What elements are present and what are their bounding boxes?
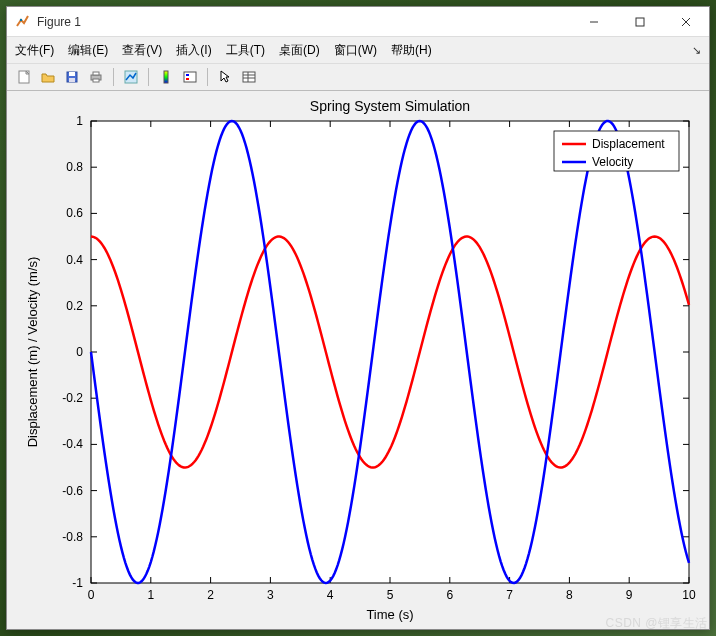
toolbar-separator: [148, 68, 149, 86]
x-tick-label: 5: [387, 588, 394, 602]
chart-title: Spring System Simulation: [310, 98, 470, 114]
y-tick-label: 0.4: [66, 253, 83, 267]
svg-rect-11: [93, 79, 99, 82]
x-tick-label: 7: [506, 588, 513, 602]
titlebar[interactable]: Figure 1: [7, 7, 709, 37]
x-tick-label: 6: [446, 588, 453, 602]
menu-insert[interactable]: 插入(I): [176, 42, 211, 59]
svg-rect-7: [69, 72, 75, 76]
menu-window[interactable]: 窗口(W): [334, 42, 377, 59]
legend-label: Velocity: [592, 155, 633, 169]
menu-view[interactable]: 查看(V): [122, 42, 162, 59]
y-tick-label: 0: [76, 345, 83, 359]
save-button[interactable]: [61, 66, 83, 88]
matlab-icon: [15, 14, 31, 30]
y-tick-label: -0.6: [62, 484, 83, 498]
link-plot-button[interactable]: [120, 66, 142, 88]
maximize-button[interactable]: [617, 7, 663, 37]
x-tick-label: 9: [626, 588, 633, 602]
y-axis-label: Displacement (m) / Velocity (m/s): [25, 257, 40, 448]
svg-rect-14: [184, 72, 196, 82]
figure-axes-area[interactable]: 012345678910-1-0.8-0.6-0.4-0.200.20.40.6…: [7, 91, 709, 629]
menu-edit[interactable]: 编辑(E): [68, 42, 108, 59]
toolbar: [7, 63, 709, 91]
close-button[interactable]: [663, 7, 709, 37]
open-button[interactable]: [37, 66, 59, 88]
menu-tools[interactable]: 工具(T): [226, 42, 265, 59]
toolbar-separator: [113, 68, 114, 86]
y-tick-label: 0.6: [66, 206, 83, 220]
toolbar-separator: [207, 68, 208, 86]
x-tick-label: 4: [327, 588, 334, 602]
watermark-text: CSDN @锂享生活: [605, 615, 708, 632]
menubar: 文件(F) 编辑(E) 查看(V) 插入(I) 工具(T) 桌面(D) 窗口(W…: [7, 37, 709, 63]
window-title: Figure 1: [37, 15, 81, 29]
svg-rect-10: [93, 72, 99, 75]
x-tick-label: 0: [88, 588, 95, 602]
inspector-button[interactable]: [238, 66, 260, 88]
x-tick-label: 1: [147, 588, 154, 602]
chart-svg: 012345678910-1-0.8-0.6-0.4-0.200.20.40.6…: [7, 91, 709, 629]
y-tick-label: 0.2: [66, 299, 83, 313]
y-tick-label: -0.4: [62, 437, 83, 451]
svg-rect-2: [636, 18, 644, 26]
x-axis-label: Time (s): [366, 607, 413, 622]
pointer-button[interactable]: [214, 66, 236, 88]
print-button[interactable]: [85, 66, 107, 88]
figure-window: Figure 1 文件(F) 编辑(E) 查看(V) 插入(I) 工具(T) 桌…: [6, 6, 710, 630]
svg-rect-8: [69, 78, 75, 82]
new-figure-button[interactable]: [13, 66, 35, 88]
dock-arrow-icon[interactable]: ↘: [692, 44, 701, 57]
axes-box: [91, 121, 689, 583]
menu-desktop[interactable]: 桌面(D): [279, 42, 320, 59]
menu-file[interactable]: 文件(F): [15, 42, 54, 59]
x-tick-label: 10: [682, 588, 696, 602]
minimize-button[interactable]: [571, 7, 617, 37]
menu-help[interactable]: 帮助(H): [391, 42, 432, 59]
y-tick-label: -1: [72, 576, 83, 590]
y-tick-label: 0.8: [66, 160, 83, 174]
legend-label: Displacement: [592, 137, 665, 151]
y-tick-label: -0.8: [62, 530, 83, 544]
svg-point-0: [20, 18, 22, 20]
x-tick-label: 3: [267, 588, 274, 602]
y-tick-label: 1: [76, 114, 83, 128]
svg-rect-17: [243, 72, 255, 82]
y-tick-label: -0.2: [62, 391, 83, 405]
legend-button[interactable]: [179, 66, 201, 88]
x-tick-label: 2: [207, 588, 214, 602]
colorbar-button[interactable]: [155, 66, 177, 88]
x-tick-label: 8: [566, 588, 573, 602]
svg-rect-13: [164, 71, 168, 83]
